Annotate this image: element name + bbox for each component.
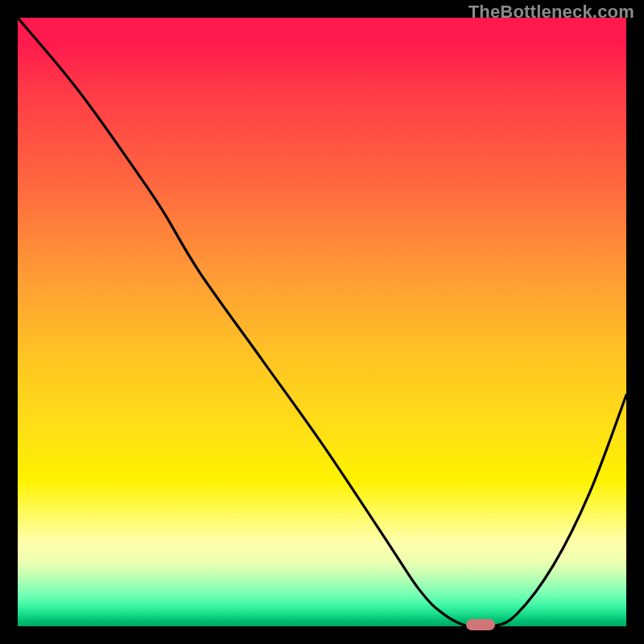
bottleneck-curve xyxy=(18,18,626,626)
optimum-marker xyxy=(466,619,495,630)
chart-frame: TheBottleneck.com xyxy=(0,0,644,644)
plot-area xyxy=(18,18,626,626)
